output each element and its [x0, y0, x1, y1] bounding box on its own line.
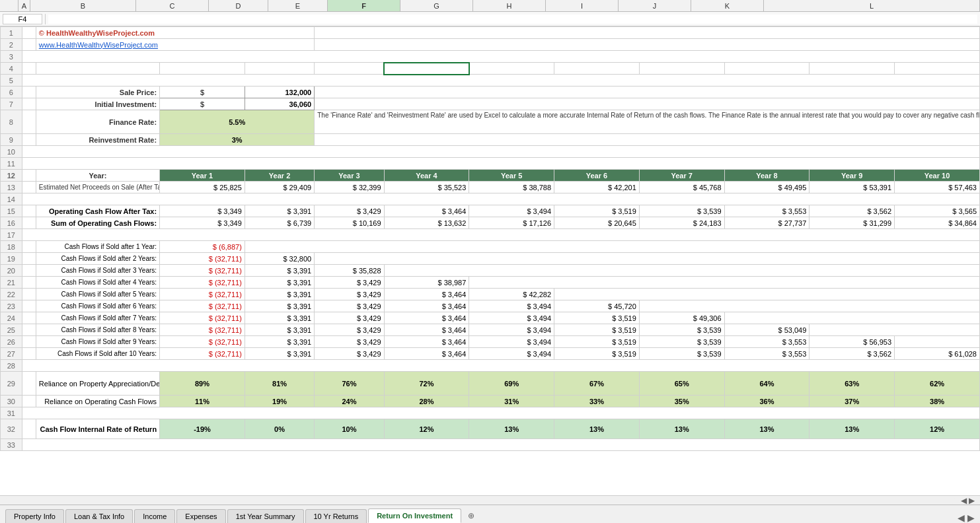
col-header-f[interactable]: F [328, 0, 400, 11]
reliance-appr-y5: 69% [469, 372, 554, 396]
initial-investment-label: Initial Investment: [36, 98, 159, 110]
rownum-28: 28 [1, 360, 22, 372]
row-22: 22 Cash Flows if Sold after 5 Years: $ (… [1, 289, 980, 300]
net-proceeds-y3: $ 32,399 [315, 182, 384, 193]
cf9-y2: $ 3,391 [245, 336, 314, 348]
sum-cf-y5: $ 17,126 [469, 217, 554, 229]
formula-bar [0, 12, 980, 26]
r23-a [22, 300, 36, 312]
url-link[interactable]: www.HealthWealthyWiseProject.com [36, 39, 314, 51]
operating-cf-y2: $ 3,391 [245, 205, 314, 217]
r4-k [810, 63, 895, 75]
col-header-k[interactable]: K [691, 0, 764, 11]
col-header-c[interactable]: C [136, 0, 209, 11]
r2-a [22, 39, 36, 51]
col-header-d[interactable]: D [209, 0, 268, 11]
operating-cf-label: Operating Cash Flow After Tax: [36, 205, 159, 217]
col-header-e[interactable]: E [268, 0, 328, 11]
nav-right-icon[interactable]: ▶ [967, 512, 975, 523]
r6-rest [315, 87, 980, 98]
nav-left-icon[interactable]: ◀ [958, 512, 965, 523]
cf1-label: Cash Flows if Sold after 1 Year: [36, 241, 159, 253]
col-header-b[interactable]: B [30, 0, 136, 11]
cf5-rest [554, 289, 980, 300]
rownum-32: 32 [1, 419, 22, 439]
cf10-y4: $ 3,464 [384, 348, 469, 360]
tab-add-button[interactable]: ⊕ [463, 508, 480, 523]
cell-ref-input[interactable] [3, 14, 42, 24]
sum-cf-y4: $ 13,632 [384, 217, 469, 229]
col-header-l[interactable]: L [764, 0, 980, 11]
col-header-a[interactable]: A [19, 0, 30, 11]
cf9-rest [895, 336, 980, 348]
tab-roi[interactable]: Return On Investment [368, 508, 461, 523]
irr-y9: 13% [810, 419, 895, 439]
initial-investment-value[interactable]: 36,060 [245, 98, 314, 110]
finance-rate-value[interactable]: 5.5% [160, 110, 315, 134]
reliance-cf-y8: 36% [724, 396, 810, 407]
reliance-appr-y2: 81% [245, 372, 314, 396]
cf8-y1: $ (32,711) [160, 324, 245, 336]
row-16: 16 Sum of Operating Cash Flows: $ 3,349 … [1, 217, 980, 229]
r8-a [22, 110, 36, 134]
rownum-31: 31 [1, 407, 22, 419]
initial-investment-dollar: $ [160, 98, 245, 110]
cf8-y7: $ 3,539 [639, 324, 724, 336]
sum-cf-y7: $ 24,183 [639, 217, 724, 229]
r10-empty [22, 146, 979, 158]
r4-f-selected[interactable] [384, 63, 469, 75]
sum-cf-label: Sum of Operating Cash Flows: [36, 217, 159, 229]
net-proceeds-y2: $ 29,409 [245, 182, 314, 193]
row-32: 32 Cash Flow Internal Rate of Return -19… [1, 419, 980, 439]
r25-a [22, 324, 36, 336]
row-12: 12 Year: Year 1 Year 2 Year 3 Year 4 Yea… [1, 170, 980, 182]
row-27: 27 Cash Flows if Sold after 10 Years: $ … [1, 348, 980, 360]
row-11: 11 [1, 158, 980, 170]
tab-10yr[interactable]: 10 Yr Returns [305, 509, 367, 523]
cf8-rest [810, 324, 980, 336]
year-label: Year: [36, 170, 159, 182]
row-26: 26 Cash Flows if Sold after 9 Years: $ (… [1, 336, 980, 348]
sale-price-label: Sale Price: [36, 87, 159, 98]
year-2-header: Year 2 [245, 170, 314, 182]
scroll-area[interactable]: ◀ ▶ [0, 495, 980, 505]
r7-a [22, 98, 36, 110]
reliance-cf-y10: 38% [895, 396, 980, 407]
sale-price-value[interactable]: 132,000 [245, 87, 314, 98]
reliance-cf-y4: 28% [384, 396, 469, 407]
rownum-12: 12 [1, 170, 22, 182]
row-3: 3 [1, 51, 980, 63]
year-9-header: Year 9 [810, 170, 895, 182]
reinvestment-rate-value[interactable]: 3% [160, 134, 315, 146]
tab-income[interactable]: Income [134, 509, 175, 523]
cf7-y3: $ 3,429 [315, 312, 384, 324]
nav-arrows[interactable]: ◀ ▶ [958, 512, 980, 523]
cf6-label: Cash Flows if Sold after 6 Years: [36, 300, 159, 312]
tab-expenses[interactable]: Expenses [176, 509, 225, 523]
r2-empty [315, 39, 980, 51]
cf5-y1: $ (32,711) [160, 289, 245, 300]
sum-cf-y10: $ 34,864 [895, 217, 980, 229]
finance-rate-label: Finance Rate: [36, 110, 159, 134]
net-proceeds-y4: $ 35,523 [384, 182, 469, 193]
r4-b [36, 63, 159, 75]
col-header-j[interactable]: J [619, 0, 691, 11]
col-header-i[interactable]: I [546, 0, 619, 11]
cf10-y3: $ 3,429 [315, 348, 384, 360]
reliance-appr-label: Reliance on Property Appreciation/Debt R… [36, 372, 159, 396]
col-header-h[interactable]: H [473, 0, 546, 11]
r33-empty [22, 439, 979, 451]
r12-a [22, 170, 36, 182]
col-header-g[interactable]: G [400, 0, 473, 11]
main-grid: 1 © HealthWealthyWiseProject.com 2 www.H… [0, 26, 980, 451]
formula-input[interactable] [48, 15, 977, 24]
reinvestment-rate-label: Reinvestment Rate: [36, 134, 159, 146]
operating-cf-y1: $ 3,349 [160, 205, 245, 217]
cf8-y3: $ 3,429 [315, 324, 384, 336]
tab-loan-tax[interactable]: Loan & Tax Info [65, 509, 133, 523]
cf7-y5: $ 3,494 [469, 312, 554, 324]
tab-property-info[interactable]: Property Info [5, 509, 64, 523]
r6-a [22, 87, 36, 98]
tab-1st-year[interactable]: 1st Year Summary [227, 509, 304, 523]
rownum-15: 15 [1, 205, 22, 217]
